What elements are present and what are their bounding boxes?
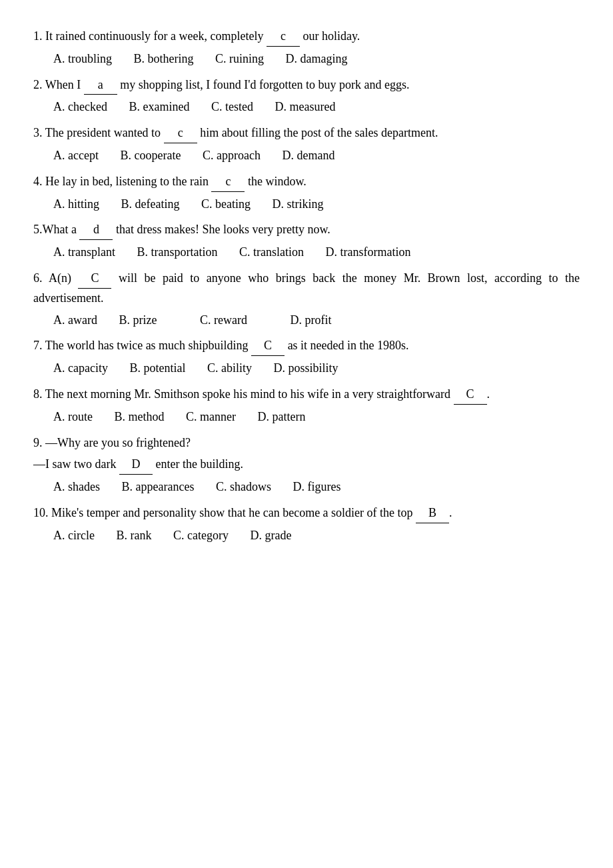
q7-optB: B. potential	[129, 359, 185, 378]
q4-number: 4. He lay in bed, listening to the rain	[33, 175, 211, 188]
q9-text-after: enter the building.	[153, 457, 243, 471]
q2-number: 2. When I	[33, 78, 84, 91]
q1-optA: A. troubling	[53, 49, 112, 69]
q3-optC: C. approach	[203, 146, 261, 165]
q8-number: 8. The next morning Mr. Smithson spoke h…	[33, 387, 454, 401]
q5-text-after: that dress makes! She looks very pretty …	[113, 223, 330, 236]
q6-text: 6. A(n) C will be paid to anyone who bri…	[33, 269, 580, 308]
q8-text-after: .	[487, 387, 490, 401]
q2-optC: C. tested	[211, 97, 253, 117]
q6-optC: C. reward	[200, 311, 247, 330]
q5-optC: C. translation	[239, 243, 304, 262]
q1-blank: c	[267, 27, 300, 47]
q9-optC: C. shadows	[216, 477, 271, 497]
q1-optB: B. bothering	[134, 49, 194, 69]
q3-optD: D. demand	[282, 146, 334, 165]
q10-text-after: .	[449, 506, 452, 519]
q3-options: A. accept B. cooperate C. approach D. de…	[53, 146, 580, 165]
q2-optD: D. measured	[275, 97, 335, 117]
q5-optD: D. transformation	[325, 243, 410, 262]
q9-optB: B. appearances	[122, 477, 195, 497]
q7-text-after: as it needed in the 1980s.	[285, 339, 408, 352]
q3-blank: c	[164, 123, 197, 143]
question-6: 6. A(n) C will be paid to anyone who bri…	[33, 269, 580, 329]
q3-optB: B. cooperate	[120, 146, 181, 165]
question-5: 5.What a d that dress makes! She looks v…	[33, 220, 580, 262]
question-9: 9. —Why are you so frightened? —I saw tw…	[33, 433, 580, 497]
q1-options: A. troubling B. bothering C. ruining D. …	[53, 49, 580, 69]
q2-text: 2. When I a my shopping list, I found I'…	[33, 75, 580, 95]
q7-text: 7. The world has twice as much shipbuild…	[33, 336, 580, 356]
q5-optA: A. transplant	[53, 243, 115, 262]
q4-blank: c	[211, 172, 245, 192]
q2-optA: A. checked	[53, 97, 107, 117]
q10-number: 10. Mike's temper and personality show t…	[33, 506, 416, 519]
q9-dialogue1: 9. —Why are you so frightened?	[33, 433, 580, 453]
q2-options: A. checked B. examined C. tested D. meas…	[53, 97, 580, 117]
q6-optD: D. profit	[290, 311, 331, 330]
question-1: 1. It rained continuously for a week, co…	[33, 27, 580, 69]
q7-options: A. capacity B. potential C. ability D. p…	[53, 359, 580, 378]
q7-blank: C	[251, 336, 285, 356]
q10-optB: B. rank	[116, 526, 151, 545]
q9-optA: A. shades	[53, 477, 100, 497]
q4-optB: B. defeating	[121, 195, 180, 214]
q3-text: 3. The president wanted to c him about f…	[33, 123, 580, 143]
q6-options: A. award B. prize C. reward D. profit	[53, 311, 580, 330]
q9-text-before: —I saw two dark	[33, 457, 119, 471]
q1-optD: D. damaging	[286, 49, 348, 69]
q6-number: 6. A(n)	[33, 271, 78, 285]
q8-optB: B. method	[114, 407, 164, 427]
q3-optA: A. accept	[53, 146, 99, 165]
q1-text-after: our holiday.	[300, 29, 360, 43]
q1-optC: C. ruining	[215, 49, 264, 69]
q4-options: A. hitting B. defeating C. beating D. st…	[53, 195, 580, 214]
q4-optD: D. striking	[273, 195, 324, 214]
q8-optD: D. pattern	[257, 407, 305, 427]
q8-optC: C. manner	[186, 407, 236, 427]
q7-optA: A. capacity	[53, 359, 108, 378]
q5-text: 5.What a d that dress makes! She looks v…	[33, 220, 580, 240]
q6-optB: B. prize	[119, 311, 157, 330]
q8-options: A. route B. method C. manner D. pattern	[53, 407, 580, 427]
q9-blank: D	[119, 455, 153, 475]
q10-optA: A. circle	[53, 526, 95, 545]
q10-blank: B	[416, 503, 449, 523]
q5-optB: B. transportation	[137, 243, 217, 262]
question-8: 8. The next morning Mr. Smithson spoke h…	[33, 385, 580, 427]
q4-optC: C. beating	[201, 195, 251, 214]
question-2: 2. When I a my shopping list, I found I'…	[33, 75, 580, 117]
q10-optD: D. grade	[250, 526, 291, 545]
q4-text-after: the window.	[245, 175, 306, 188]
q8-text: 8. The next morning Mr. Smithson spoke h…	[33, 385, 580, 405]
question-10: 10. Mike's temper and personality show t…	[33, 503, 580, 545]
q9-optD: D. figures	[293, 477, 340, 497]
q9-dialogue2: —I saw two dark D enter the building.	[33, 455, 580, 475]
q6-blank: C	[78, 269, 111, 289]
question-7: 7. The world has twice as much shipbuild…	[33, 336, 580, 378]
q10-optC: C. category	[173, 526, 229, 545]
q2-blank: a	[84, 75, 117, 95]
q6-optA: A. award	[53, 311, 97, 330]
q3-number: 3. The president wanted to	[33, 126, 164, 139]
q2-optB: B. examined	[129, 97, 189, 117]
q7-optC: C. ability	[207, 359, 252, 378]
q10-text: 10. Mike's temper and personality show t…	[33, 503, 580, 523]
q7-optD: D. possibility	[273, 359, 338, 378]
q7-number: 7. The world has twice as much shipbuild…	[33, 339, 251, 352]
q6-text-after: will be paid to anyone who brings back t…	[33, 271, 580, 305]
q2-text-after: my shopping list, I found I'd forgotten …	[117, 78, 410, 91]
q8-optA: A. route	[53, 407, 93, 427]
q4-text: 4. He lay in bed, listening to the rain …	[33, 172, 580, 192]
q1-number: 1. It rained continuously for a week, co…	[33, 29, 267, 43]
q5-number: 5.What a	[33, 223, 79, 236]
q5-options: A. transplant B. transportation C. trans…	[53, 243, 580, 262]
question-4: 4. He lay in bed, listening to the rain …	[33, 172, 580, 214]
q10-options: A. circle B. rank C. category D. grade	[53, 526, 580, 545]
q5-blank: d	[79, 220, 113, 240]
q4-optA: A. hitting	[53, 195, 99, 214]
question-3: 3. The president wanted to c him about f…	[33, 123, 580, 165]
q3-text-after: him about filling the post of the sales …	[197, 126, 438, 139]
q9-options: A. shades B. appearances C. shadows D. f…	[53, 477, 580, 497]
q1-text: 1. It rained continuously for a week, co…	[33, 27, 580, 47]
